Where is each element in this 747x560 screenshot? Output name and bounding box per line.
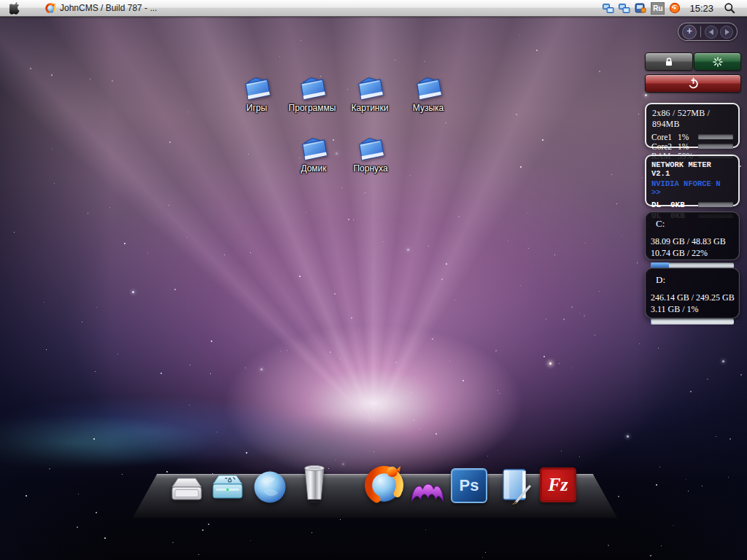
lock-button[interactable] [645,52,693,71]
hard-drive-icon [169,475,205,503]
core2-label: Core2 [651,142,678,151]
trash-icon [298,462,330,505]
starburst-icon [713,57,723,67]
folder-label: Домик [301,163,326,174]
dock-photoshop[interactable]: Ps [451,468,487,503]
notebook-icon [498,467,533,505]
firefox-app-icon [45,3,56,14]
core1-bar [698,134,733,139]
dock-hard-drive[interactable] [169,475,205,503]
external-drive-icon [209,473,246,502]
orange-app-tray-icon[interactable] [669,2,681,14]
disk-d-bar-fill [651,319,651,324]
toolbar-divider [700,26,701,37]
disk-d-free: 3.11 GB / 1% [651,304,734,315]
folder-icon [355,136,387,162]
folder-label: Музыка [413,103,444,113]
globe-icon [253,470,287,504]
photoshop-icon-text: Ps [460,476,479,495]
network-adapter-link[interactable]: NVIDIA NFORCE N >> [651,179,733,197]
dl-value: 0KB [670,201,697,209]
dock-notebook[interactable] [498,467,533,505]
folder-icon [354,75,386,101]
add-widget-button[interactable]: + [682,25,697,39]
active-app: JohnCMS / Build 787 - ... [45,3,157,14]
disk-d-capacity: 246.14 GB / 249.25 GB [651,292,734,303]
dl-bar [698,202,733,207]
active-app-title: JohnCMS / Build 787 - ... [60,3,157,13]
folder-label: Порнуха [353,163,387,174]
disk-d-bar [651,319,734,324]
photoshop-icon: Ps [451,468,487,503]
folder-music[interactable]: Музыка [395,75,461,113]
firefox-icon [364,465,404,505]
network-meter-title: NETWORK METER V2.1 [651,160,733,178]
search-icon[interactable] [724,2,735,14]
folder-icon [241,75,273,101]
miranda-icon [409,478,446,503]
core1-value: 1% [678,133,697,141]
folder-home[interactable]: Домик [281,136,347,174]
network-tray-icon-2[interactable] [619,2,630,14]
folder-icon [296,75,328,101]
forward-arrow-icon [725,29,729,35]
dl-label: DL [651,201,670,209]
core2-bar [698,144,733,149]
folder-pictures[interactable]: Картинки [337,75,403,113]
power-icon [687,77,700,90]
widget-nav-toolbar: + [678,23,738,41]
cpu-core2-row: Core2 1% [651,141,733,151]
language-indicator[interactable]: Ru [651,2,665,15]
disk-c-widget: C: 38.09 GB / 48.83 GB 10.74 GB / 22% [645,211,740,260]
disk-c-name: C: [656,218,734,230]
cpu-core1-row: Core1 1% [651,132,733,141]
folder-label: Программы [289,103,336,113]
app-tray-icon[interactable] [635,2,646,14]
filezilla-icon: Fz [540,467,576,502]
download-row: DL 0KB [651,200,733,209]
clock[interactable]: 15:23 [689,3,713,14]
forward-arrow-button[interactable] [720,26,733,39]
cpu-meter-widget: 2x86 / 527MB / 894MB Core1 1% Core2 1% R… [645,103,740,148]
filezilla-icon-text: Fz [548,474,568,496]
dock-external-drive[interactable] [209,473,246,502]
dock-firefox[interactable] [364,465,404,505]
dock-trash[interactable] [298,462,330,505]
network-tray-icon[interactable] [603,2,614,14]
disk-d-widget: D: 246.14 GB / 249.25 GB 3.11 GB / 1% [645,268,740,319]
disk-d-name: D: [656,274,734,286]
back-arrow-icon [709,29,713,35]
power-button[interactable] [645,74,741,93]
core2-value: 1% [678,142,697,151]
folder-adult[interactable]: Порнуха [338,136,403,174]
folder-label: Игры [247,103,267,113]
menu-bar: JohnCMS / Build 787 - ... Ru 15:23 [0,0,747,17]
dock-network-globe[interactable] [253,470,287,504]
core1-label: Core1 [651,133,678,141]
folder-label: Картинки [352,103,389,113]
lock-icon [664,57,674,67]
network-meter-widget: NETWORK METER V2.1 NVIDIA NFORCE N >> DL… [645,155,740,206]
disk-c-free: 10.74 GB / 22% [651,248,734,259]
folder-programs[interactable]: Программы [279,75,345,113]
folder-icon [298,136,330,162]
refresh-button[interactable] [694,52,741,71]
dock-filezilla[interactable]: Fz [540,467,576,502]
folder-icon [412,75,444,101]
cpu-meter-title: 2x86 / 527MB / 894MB [652,108,733,130]
dock-miranda[interactable] [409,478,446,503]
apple-menu-icon[interactable] [9,1,20,15]
disk-c-capacity: 38.09 GB / 48.83 GB [651,236,734,247]
back-arrow-button[interactable] [705,26,718,39]
